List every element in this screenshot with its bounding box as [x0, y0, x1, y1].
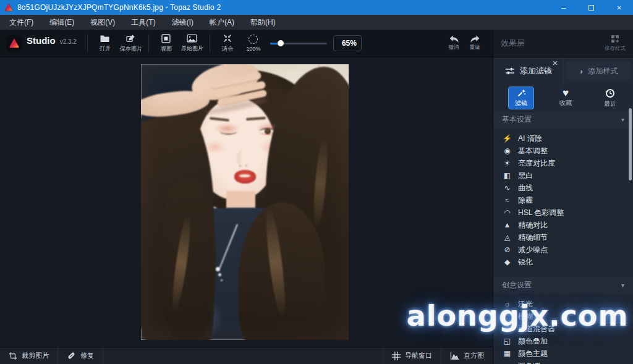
filter-item-precision-contrast[interactable]: ▲精确对比	[493, 219, 633, 231]
filter-item-channel-mixer[interactable]: ◎通道混合器	[493, 323, 633, 335]
menu-account[interactable]: 帐户(A)	[202, 15, 242, 30]
menu-tools[interactable]: 工具(T)	[123, 15, 163, 30]
app-name: Studio	[27, 35, 56, 46]
title-bar: 8o51GOjUJzkJYzXJPQmTYGpNnK6k5.jpg - Topa…	[0, 0, 633, 15]
section-creative-settings[interactable]: 创意设置 ▾	[493, 277, 633, 294]
menu-filter[interactable]: 滤镜(I)	[164, 15, 202, 30]
section-title: 创意设置	[502, 280, 532, 290]
filter-item-label: 颜色主题	[518, 349, 548, 359]
menu-view[interactable]: 视图(V)	[82, 15, 123, 30]
menu-bar: 文件(F) 编辑(E) 视图(V) 工具(T) 滤镜(I) 帐户(A) 帮助(H…	[0, 15, 633, 30]
creative-filter-list: ☼泛光 ◌模糊 ◎通道混合器 ◱颜色叠加 ▦颜色主题 ◐双色调	[493, 294, 633, 364]
section-basic-settings[interactable]: 基本设置 ▾	[493, 111, 633, 128]
histogram-button[interactable]: 直方图	[441, 347, 493, 364]
redo-icon	[469, 35, 481, 43]
image-canvas	[0, 57, 493, 347]
save-style-icon	[611, 35, 620, 44]
filter-item-label: 泛光	[518, 299, 533, 310]
filter-item-label: 精确细节	[518, 232, 548, 243]
app-logo-icon	[4, 3, 13, 12]
color-theme-icon: ▦	[503, 349, 512, 358]
original-image-label: 原始图片	[181, 44, 203, 53]
filter-item-label: 模糊	[518, 311, 533, 322]
filter-item-duotone[interactable]: ◐双色调	[493, 360, 633, 364]
zoom-slider[interactable]	[270, 39, 327, 48]
menu-edit[interactable]: 编辑(E)	[41, 15, 82, 30]
original-image-icon	[187, 34, 197, 43]
view-label: 视图	[161, 45, 172, 53]
chevron-down-icon: ▾	[621, 116, 624, 123]
add-style-label: 添加样式	[588, 66, 618, 77]
close-panel-button[interactable]: ×	[550, 57, 561, 68]
filter-item-hsl-color[interactable]: ◠HSL 色彩调整	[493, 206, 633, 219]
filter-item-dehaze[interactable]: ≈除霾	[493, 194, 633, 206]
toolbar-separator	[87, 34, 88, 53]
filter-item-label: 减少噪点	[518, 245, 548, 255]
app-version: v2.3.2	[60, 38, 77, 45]
filter-item-bloom[interactable]: ☼泛光	[493, 298, 633, 310]
tab-recent-label: 最近	[604, 99, 616, 108]
black-white-icon: ◧	[503, 171, 512, 180]
redo-button[interactable]: 重做	[465, 35, 484, 51]
filter-item-color-theme[interactable]: ▦颜色主题	[493, 347, 633, 360]
filter-item-curves[interactable]: ∿曲线	[493, 182, 633, 194]
filter-item-label: 颜色叠加	[518, 336, 548, 347]
magic-wand-icon	[517, 88, 526, 98]
filter-item-brightness-contrast[interactable]: ☀亮度对比度	[493, 157, 633, 169]
zoom-slider-knob[interactable]	[278, 40, 284, 46]
save-image-icon	[126, 34, 136, 43]
studio-logo-icon	[6, 35, 22, 51]
chevron-down-icon: ▾	[621, 282, 624, 289]
folder-icon	[100, 34, 110, 43]
zoom-100-button[interactable]: 100%	[240, 30, 266, 56]
filter-item-ai-clear[interactable]: ⚡AI 清除	[493, 132, 633, 145]
precision-detail-icon: ◬	[503, 233, 512, 242]
view-button[interactable]: 视图	[153, 30, 179, 56]
dehaze-icon: ≈	[503, 196, 512, 205]
open-label: 打开	[100, 44, 111, 53]
topaz-studio-window: 8o51GOjUJzkJYzXJPQmTYGpNnK6k5.jpg - Topa…	[0, 0, 633, 364]
nav-window-button[interactable]: 导航窗口	[383, 347, 441, 364]
crop-icon	[9, 352, 17, 360]
panel-scrollbar[interactable]	[629, 108, 632, 180]
filter-item-precision-detail[interactable]: ◬精确细节	[493, 231, 633, 243]
style-icon: ◑	[579, 67, 584, 76]
filter-item-basic-adjustment[interactable]: ◉基本调整	[493, 145, 633, 157]
tab-favorites[interactable]: ♥ 收藏	[553, 87, 579, 109]
zoom-value-box[interactable]: 65%	[333, 35, 362, 51]
filter-item-black-white[interactable]: ◧黑白	[493, 169, 633, 182]
filter-item-label: AI 清除	[518, 133, 542, 144]
repair-button[interactable]: 修复	[58, 347, 103, 364]
tab-filters[interactable]: 滤镜	[508, 87, 534, 109]
save-style-button[interactable]: 保存样式	[605, 35, 626, 53]
add-style-button[interactable]: ◑ 添加样式	[566, 62, 631, 81]
fit-icon	[223, 33, 232, 43]
maximize-button[interactable]	[577, 0, 605, 15]
filter-item-label: 通道混合器	[518, 324, 555, 334]
filter-item-color-overlay[interactable]: ◱颜色叠加	[493, 335, 633, 347]
color-overlay-icon: ◱	[503, 337, 512, 345]
heart-icon: ♥	[563, 88, 569, 98]
menu-help[interactable]: 帮助(H)	[242, 15, 284, 30]
toolbar-separator	[210, 34, 210, 53]
menu-file[interactable]: 文件(F)	[1, 15, 41, 30]
minimize-button[interactable]: –	[550, 0, 577, 15]
save-image-label: 保存图片	[120, 45, 142, 53]
effects-panel-header: 效果层 保存样式	[493, 30, 633, 57]
original-image-button[interactable]: 原始图片	[179, 30, 205, 56]
close-button[interactable]: ×	[605, 0, 633, 15]
filter-item-blur[interactable]: ◌模糊	[493, 310, 633, 323]
crop-button[interactable]: 裁剪图片	[0, 347, 57, 364]
fit-button[interactable]: 适合	[215, 30, 240, 56]
brightness-icon: ☀	[503, 159, 512, 167]
undo-icon	[448, 35, 460, 43]
tab-recent[interactable]: 最近	[597, 87, 623, 109]
undo-button[interactable]: 撤消	[444, 35, 463, 51]
section-title: 基本设置	[502, 114, 532, 125]
open-button[interactable]: 打开	[92, 30, 118, 56]
zoom-value: 65%	[342, 39, 357, 48]
filter-item-reduce-noise[interactable]: ⊘减少噪点	[493, 243, 633, 256]
save-image-button[interactable]: 保存图片	[118, 30, 144, 56]
add-filter-block: 添加滤镜 ×	[493, 57, 563, 85]
filter-item-sharpen[interactable]: ◆锐化	[493, 256, 633, 268]
